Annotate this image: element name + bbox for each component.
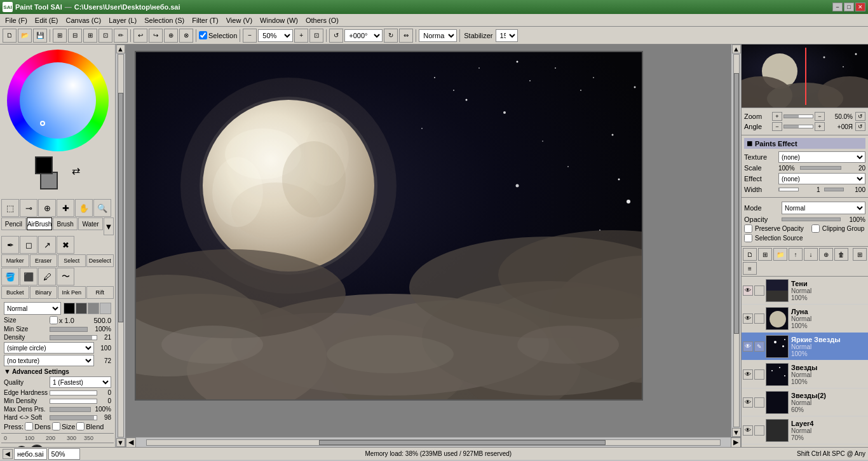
layer-item[interactable]: 👁 Звезды Normal 100% (742, 361, 868, 389)
rotate-minus-btn[interactable]: ↺ (329, 29, 343, 43)
deselect-label[interactable]: Deselect (86, 254, 114, 267)
texture-effect-select[interactable]: (none) (778, 151, 865, 163)
delete-layer[interactable]: 🗑 (834, 248, 848, 261)
color-icon-3[interactable] (88, 303, 99, 314)
eyedrop-btn[interactable]: ✚ (57, 199, 74, 217)
minimize-button[interactable]: − (832, 3, 843, 11)
color-icon-1[interactable] (64, 303, 75, 314)
layer-merge-all[interactable]: ≡ (743, 262, 757, 275)
color-wheel-inner[interactable] (20, 62, 96, 139)
density-slider[interactable] (50, 335, 97, 340)
texture-select[interactable]: (no texture) (4, 355, 94, 366)
layer-lock-btn[interactable] (754, 313, 764, 324)
zoom-out-nav[interactable]: − (815, 112, 825, 121)
water-tab[interactable]: Water (78, 217, 103, 230)
layer-settings[interactable]: ⊞ (853, 248, 867, 261)
toolbar-open[interactable]: 📂 (18, 29, 32, 43)
color-icon-2[interactable] (76, 303, 87, 314)
stabilizer-select[interactable]: 15 (496, 29, 518, 42)
size-press-checkbox[interactable] (52, 422, 60, 430)
inkpen-btn[interactable]: 🖊 (38, 268, 56, 286)
marker-label[interactable]: Marker (1, 254, 29, 267)
selection-source-checkbox[interactable] (744, 234, 752, 242)
select-color-btn[interactable]: ↗ (38, 236, 56, 254)
toolbar-undo[interactable]: ↩ (133, 29, 147, 43)
width-slider[interactable] (778, 188, 799, 191)
blend-checkbox[interactable] (76, 422, 85, 430)
flip-btn[interactable]: ⇔ (399, 29, 413, 43)
rift-btn[interactable]: 〜 (57, 268, 74, 286)
close-button[interactable]: ✕ (855, 3, 865, 11)
preserve-opacity-checkbox[interactable] (744, 224, 752, 233)
layer-lock-btn[interactable] (754, 286, 764, 296)
color-wheel[interactable] (7, 50, 109, 151)
menu-window[interactable]: Window (W) (256, 15, 302, 25)
offset-select[interactable]: +000° (344, 29, 383, 42)
menu-view[interactable]: View (V) (222, 15, 256, 25)
menu-others[interactable]: Others (O) (302, 15, 342, 25)
menu-canvas[interactable]: Canvas (C) (62, 15, 105, 25)
dens-checkbox[interactable] (25, 422, 33, 430)
new-folder[interactable]: 📁 (773, 248, 787, 261)
bottom-nav-prev[interactable]: ◀ (3, 449, 13, 459)
h-scroll-left[interactable]: ◀ (126, 437, 136, 448)
marker-btn[interactable]: ✒ (1, 236, 19, 254)
v-scroll-right-up[interactable]: ▲ (732, 45, 741, 53)
zoom-reset[interactable]: ↺ (855, 112, 865, 121)
layer-lock-btn[interactable] (754, 425, 764, 436)
inkpen-label[interactable]: Ink Pen (58, 286, 86, 299)
painting-canvas[interactable] (135, 51, 643, 401)
scale-slider[interactable] (800, 166, 841, 170)
min-size-slider[interactable] (50, 327, 88, 332)
new-vector-layer[interactable]: ⊞ (758, 248, 772, 261)
shape-select[interactable]: (simple circle) (4, 342, 94, 354)
zoom-in-nav[interactable]: + (772, 112, 782, 121)
rift-label[interactable]: Rift (86, 286, 114, 299)
layer-lock-btn[interactable] (754, 369, 764, 380)
maximize-button[interactable]: □ (844, 3, 854, 11)
zoom-plus-btn[interactable]: + (294, 29, 308, 43)
lasso-btn[interactable]: ⊸ (20, 199, 37, 217)
max-dens-slider[interactable] (50, 407, 91, 412)
toolbar-snap[interactable]: ⊡ (98, 29, 112, 43)
eraser-label[interactable]: Eraser (30, 254, 58, 267)
v-scroll-up[interactable]: ▲ (116, 45, 125, 53)
toolbar-save[interactable]: 💾 (33, 29, 47, 43)
quality-select[interactable]: 1 (Fastest) (50, 376, 111, 388)
zoom-select[interactable]: 50%25%75%100% (258, 29, 293, 42)
layer-visibility-btn[interactable]: 👁 (743, 425, 753, 436)
layer-up[interactable]: ↑ (789, 248, 803, 261)
menu-layer[interactable]: Layer (L) (105, 15, 140, 25)
deselect-btn[interactable]: ✖ (57, 236, 74, 254)
layer-lock-btn[interactable]: ✎ (754, 341, 764, 352)
size-checkbox[interactable] (50, 316, 58, 324)
bg-color-swatch[interactable] (40, 172, 58, 189)
fit-btn[interactable]: ⊡ (309, 29, 323, 43)
airbrush-tab[interactable]: AirBrush (27, 217, 52, 230)
layer-down[interactable]: ↓ (804, 248, 818, 261)
color-450[interactable] (15, 446, 28, 447)
rect-select-btn[interactable]: ⬚ (1, 199, 19, 217)
new-raster-layer[interactable]: 🗋 (743, 248, 757, 261)
zoom-slider[interactable] (783, 114, 813, 118)
toolbar-redo[interactable]: ↪ (149, 29, 163, 43)
selection-checkbox[interactable] (199, 31, 207, 39)
zoom-tool-btn[interactable]: 🔍 (93, 199, 111, 217)
menu-filter[interactable]: Filter (T) (188, 15, 222, 25)
toolbar-paste[interactable]: ⊗ (179, 29, 193, 43)
opacity-slider[interactable] (782, 217, 841, 221)
toolbar-grid2[interactable]: ⊟ (68, 29, 82, 43)
v-scroll-right-down[interactable]: ▼ (732, 428, 741, 437)
hard-soft-slider[interactable] (50, 415, 97, 420)
layer-item[interactable]: 👁 Тени Normal 100% (742, 277, 868, 305)
advanced-header[interactable]: ▼ Advanced Settings (4, 368, 111, 375)
layer-visibility-btn[interactable]: 👁 (743, 313, 753, 324)
fg-color-swatch[interactable] (35, 156, 53, 174)
merge-down[interactable]: ⊕ (819, 248, 833, 261)
layer-mode-select[interactable]: Normal (782, 202, 865, 214)
width-slider2[interactable] (824, 188, 844, 191)
hand-btn[interactable]: ✋ (75, 199, 93, 217)
rotate-plus-btn[interactable]: ↻ (384, 29, 398, 43)
edge-hardness-slider[interactable] (50, 390, 97, 396)
toolbar-copy[interactable]: ⊕ (164, 29, 178, 43)
